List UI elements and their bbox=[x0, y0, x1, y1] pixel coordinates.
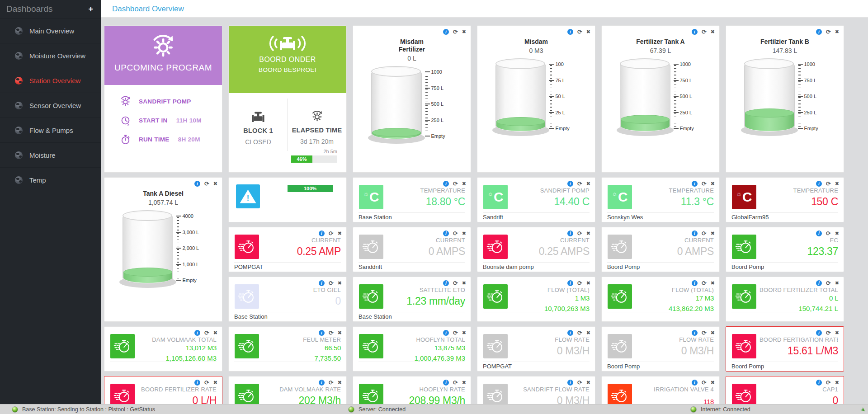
close-icon[interactable]: ✖ bbox=[835, 231, 839, 236]
add-dashboard-button[interactable]: + bbox=[88, 5, 93, 14]
close-icon[interactable]: ✖ bbox=[338, 280, 342, 286]
close-icon[interactable]: ✖ bbox=[586, 280, 590, 286]
info-icon[interactable]: i bbox=[692, 380, 698, 386]
sidebar-item-flow-pumps[interactable]: Flow & Pumps bbox=[0, 118, 101, 142]
refresh-icon[interactable]: ⟳ bbox=[453, 330, 458, 336]
close-icon[interactable]: ✖ bbox=[586, 330, 590, 336]
sidebar-item-temp[interactable]: Temp bbox=[0, 167, 101, 192]
refresh-icon[interactable]: ⟳ bbox=[329, 231, 334, 236]
info-icon[interactable]: i bbox=[692, 330, 698, 336]
info-icon[interactable]: i bbox=[443, 29, 449, 35]
close-icon[interactable]: ✖ bbox=[462, 231, 466, 236]
info-icon[interactable]: i bbox=[567, 380, 573, 386]
refresh-icon[interactable]: ⟳ bbox=[577, 231, 582, 236]
refresh-icon[interactable]: ⟳ bbox=[826, 181, 831, 187]
close-icon[interactable]: ✖ bbox=[586, 380, 590, 386]
close-icon[interactable]: ✖ bbox=[835, 29, 839, 35]
info-icon[interactable]: i bbox=[567, 280, 573, 286]
refresh-icon[interactable]: ⟳ bbox=[702, 330, 707, 336]
info-icon[interactable]: i bbox=[319, 380, 325, 386]
info-icon[interactable]: i bbox=[692, 231, 698, 236]
close-icon[interactable]: ✖ bbox=[213, 330, 217, 336]
refresh-icon[interactable]: ⟳ bbox=[826, 231, 831, 236]
info-icon[interactable]: i bbox=[567, 330, 573, 336]
refresh-icon[interactable]: ⟳ bbox=[702, 29, 707, 35]
info-icon[interactable]: i bbox=[443, 330, 449, 336]
close-icon[interactable]: ✖ bbox=[711, 181, 715, 187]
close-icon[interactable]: ✖ bbox=[711, 380, 715, 386]
refresh-icon[interactable]: ⟳ bbox=[453, 181, 458, 187]
refresh-icon[interactable]: ⟳ bbox=[826, 380, 831, 386]
info-icon[interactable]: i bbox=[567, 29, 573, 35]
close-icon[interactable]: ✖ bbox=[462, 29, 466, 35]
refresh-icon[interactable]: ⟳ bbox=[702, 380, 707, 386]
info-icon[interactable]: i bbox=[194, 330, 200, 336]
close-icon[interactable]: ✖ bbox=[338, 380, 342, 386]
sidebar-item-sensor-overview[interactable]: Sensor Overview bbox=[0, 93, 101, 118]
info-icon[interactable]: i bbox=[443, 231, 449, 236]
close-icon[interactable]: ✖ bbox=[835, 280, 839, 286]
refresh-icon[interactable]: ⟳ bbox=[577, 181, 582, 187]
refresh-icon[interactable]: ⟳ bbox=[453, 231, 458, 236]
close-icon[interactable]: ✖ bbox=[835, 181, 839, 187]
info-icon[interactable]: i bbox=[443, 181, 449, 187]
close-icon[interactable]: ✖ bbox=[586, 181, 590, 187]
refresh-icon[interactable]: ⟳ bbox=[453, 29, 458, 35]
refresh-icon[interactable]: ⟳ bbox=[204, 181, 209, 187]
refresh-icon[interactable]: ⟳ bbox=[577, 380, 582, 386]
info-icon[interactable]: i bbox=[443, 280, 449, 286]
close-icon[interactable]: ✖ bbox=[213, 181, 217, 187]
refresh-icon[interactable]: ⟳ bbox=[453, 380, 458, 386]
info-icon[interactable]: i bbox=[319, 280, 325, 286]
info-icon[interactable]: i bbox=[692, 29, 698, 35]
close-icon[interactable]: ✖ bbox=[711, 280, 715, 286]
close-icon[interactable]: ✖ bbox=[462, 380, 466, 386]
refresh-icon[interactable]: ⟳ bbox=[702, 231, 707, 236]
close-icon[interactable]: ✖ bbox=[835, 380, 839, 386]
refresh-icon[interactable]: ⟳ bbox=[826, 280, 831, 286]
refresh-icon[interactable]: ⟳ bbox=[702, 181, 707, 187]
close-icon[interactable]: ✖ bbox=[462, 280, 466, 286]
info-icon[interactable]: i bbox=[816, 380, 822, 386]
refresh-icon[interactable]: ⟳ bbox=[826, 29, 831, 35]
close-icon[interactable]: ✖ bbox=[338, 231, 342, 236]
refresh-icon[interactable]: ⟳ bbox=[702, 280, 707, 286]
close-icon[interactable]: ✖ bbox=[462, 181, 466, 187]
info-icon[interactable]: i bbox=[692, 181, 698, 187]
close-icon[interactable]: ✖ bbox=[338, 330, 342, 336]
info-icon[interactable]: i bbox=[194, 380, 200, 386]
refresh-icon[interactable]: ⟳ bbox=[453, 280, 458, 286]
refresh-icon[interactable]: ⟳ bbox=[577, 29, 582, 35]
close-icon[interactable]: ✖ bbox=[462, 330, 466, 336]
refresh-icon[interactable]: ⟳ bbox=[204, 380, 209, 386]
info-icon[interactable]: i bbox=[194, 181, 200, 187]
refresh-icon[interactable]: ⟳ bbox=[204, 330, 209, 336]
refresh-icon[interactable]: ⟳ bbox=[577, 330, 582, 336]
close-icon[interactable]: ✖ bbox=[711, 231, 715, 236]
refresh-icon[interactable]: ⟳ bbox=[329, 280, 334, 286]
close-icon[interactable]: ✖ bbox=[586, 231, 590, 236]
close-icon[interactable]: ✖ bbox=[586, 29, 590, 35]
close-icon[interactable]: ✖ bbox=[213, 380, 217, 386]
info-icon[interactable]: i bbox=[692, 280, 698, 286]
info-icon[interactable]: i bbox=[816, 29, 822, 35]
refresh-icon[interactable]: ⟳ bbox=[329, 330, 334, 336]
close-icon[interactable]: ✖ bbox=[711, 29, 715, 35]
sidebar-item-moisture-overview[interactable]: Moisture Overview bbox=[0, 43, 101, 68]
info-icon[interactable]: i bbox=[816, 231, 822, 236]
sidebar-item-main-overview[interactable]: Main Overview bbox=[0, 18, 101, 43]
info-icon[interactable]: i bbox=[443, 380, 449, 386]
close-icon[interactable]: ✖ bbox=[711, 330, 715, 336]
close-icon[interactable]: ✖ bbox=[835, 330, 839, 336]
refresh-icon[interactable]: ⟳ bbox=[826, 330, 831, 336]
info-icon[interactable]: i bbox=[816, 181, 822, 187]
info-icon[interactable]: i bbox=[319, 231, 325, 236]
refresh-icon[interactable]: ⟳ bbox=[577, 280, 582, 286]
info-icon[interactable]: i bbox=[816, 330, 822, 336]
info-icon[interactable]: i bbox=[319, 330, 325, 336]
info-icon[interactable]: i bbox=[567, 231, 573, 236]
info-icon[interactable]: i bbox=[567, 181, 573, 187]
sidebar-item-moisture[interactable]: Moisture bbox=[0, 142, 101, 167]
sidebar-item-station-overview[interactable]: Station Overview bbox=[0, 68, 101, 93]
refresh-icon[interactable]: ⟳ bbox=[329, 380, 334, 386]
